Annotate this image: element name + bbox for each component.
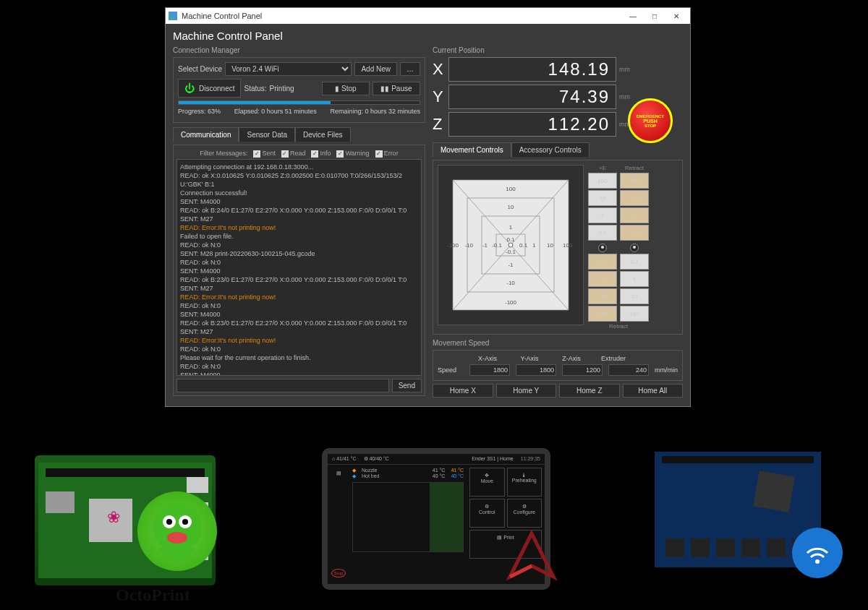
minimize-button[interactable]: — (622, 9, 644, 22)
log-line: SENT: M27 (180, 327, 418, 336)
svg-text:100: 100 (506, 186, 516, 192)
jog-z-button[interactable]: -10 (588, 288, 617, 304)
jog-xy-pad[interactable]: 0.1 1 10 100 -0.1 -1 -10 -100 -0.1 -1 -1… (438, 165, 584, 325)
tab-communication[interactable]: Communication (173, 127, 239, 142)
z-mode-radio[interactable] (588, 242, 617, 252)
add-new-button[interactable]: Add New (354, 62, 397, 76)
select-device-label: Select Device (178, 65, 222, 73)
log-line: SENT: M27 (180, 284, 418, 293)
speed-y-input[interactable] (516, 364, 556, 376)
speed-x-input[interactable] (469, 364, 510, 376)
filter-sent[interactable]: ✓Sent (253, 150, 276, 158)
filter-warning[interactable]: ✓Warning (336, 150, 369, 158)
tab-sensor[interactable]: Sensor Data (239, 127, 295, 142)
jog-z-button[interactable]: 100 (588, 173, 617, 189)
axis-value: 112.20 (448, 112, 616, 137)
log-line: Failed to open file. (180, 232, 418, 241)
tab-accessory[interactable]: Accessory Controls (511, 142, 590, 157)
speed-z-input[interactable] (562, 364, 603, 376)
home-y-button[interactable]: Home Y (496, 384, 557, 398)
filter-error[interactable]: ✓Error (375, 150, 399, 158)
home-all-button[interactable]: Home All (623, 384, 684, 398)
send-button[interactable]: Send (392, 379, 422, 392)
svg-text:0.1: 0.1 (519, 242, 528, 249)
log-line: READ: ok X:0.010625 Y:0.010625 Z:0.00250… (180, 171, 418, 189)
svg-text:1: 1 (532, 242, 536, 249)
app-icon (169, 12, 177, 20)
command-input[interactable] (176, 379, 389, 392)
emergency-stop-button[interactable]: EMERGENCY PUSH STOP (628, 98, 673, 143)
jog-z-button[interactable]: 1 (588, 207, 617, 223)
tab-movement[interactable]: Movement Controls (433, 142, 511, 157)
jog-z-button[interactable]: -10 (620, 190, 649, 206)
pause-button[interactable]: ▮▮ Pause (373, 82, 420, 95)
svg-rect-44 (767, 538, 786, 557)
jog-z-button[interactable]: -100 (588, 306, 617, 322)
log-line: READ: Error:It's not printing now! (180, 293, 418, 301)
disconnect-button[interactable]: ⏻ Disconnect (178, 79, 241, 98)
svg-rect-39 (753, 471, 795, 512)
jog-z-button[interactable]: -0.1 (620, 225, 649, 241)
log-line: Please wait for the current operation to… (180, 353, 418, 362)
speed-e-header: Extruder (595, 355, 631, 362)
jog-z-button[interactable]: -100 (620, 173, 649, 189)
close-button[interactable]: ✕ (665, 9, 687, 22)
page-title: Machine Control Panel (173, 30, 683, 42)
svg-point-35 (182, 519, 188, 525)
log-output[interactable]: Attempting connection at 192.168.0.18:30… (176, 159, 422, 376)
svg-text:10: 10 (547, 242, 553, 249)
log-line: Connection successful! (180, 189, 418, 197)
jog-z-button[interactable]: 0.1 (620, 254, 649, 270)
jog-z-button[interactable]: 1 (620, 271, 649, 287)
svg-text:10: 10 (508, 204, 514, 210)
jog-z-button[interactable]: 100 (620, 306, 649, 322)
jog-z-button[interactable]: 10 (620, 288, 649, 304)
position-header: Current Position (433, 46, 683, 54)
svg-rect-41 (691, 538, 710, 557)
octoprint-logo-icon (137, 491, 217, 571)
estop-stop: STOP (644, 124, 656, 128)
axis-value: 148.19 (448, 57, 616, 82)
jog-z-button[interactable]: -1 (588, 271, 617, 287)
log-line: SENT: M4000 (180, 371, 418, 376)
jog-z-button[interactable]: -0.1 (588, 254, 617, 270)
svg-text:-1: -1 (482, 242, 488, 249)
axis-label: Z (433, 115, 446, 134)
axis-unit: mm (619, 66, 631, 73)
axis-value: 74.39 (448, 85, 616, 109)
home-z-button[interactable]: Home Z (559, 384, 620, 398)
status-value: Printing (270, 85, 294, 93)
filter-read[interactable]: ✓Read (281, 150, 306, 158)
speed-e-input[interactable] (608, 364, 649, 376)
jog-z-button[interactable]: -1 (620, 207, 649, 223)
log-line: READ: ok B:24/0 E1:27/0 E2:27/0 X:0.000 … (180, 206, 418, 215)
maximize-button[interactable]: □ (644, 9, 665, 22)
log-line: SENT: M4000 (180, 267, 418, 275)
titlebar[interactable]: Machine Control Panel — □ ✕ (166, 8, 690, 24)
device-select[interactable]: Voron 2.4 WiFi (225, 62, 352, 76)
log-line: SENT: M4000 (180, 310, 418, 319)
window-title: Machine Control Panel (182, 12, 262, 20)
jog-panel: 0.1 1 10 100 -0.1 -1 -10 -100 -0.1 -1 -1… (433, 160, 683, 335)
log-line: READ: ok N:0 (180, 362, 418, 371)
estop-push: PUSH (643, 119, 657, 124)
home-x-button[interactable]: Home X (433, 384, 493, 398)
svg-rect-26 (46, 491, 75, 513)
elapsed-label: Elapsed: 0 hours 51 minutes (234, 108, 317, 115)
svg-rect-43 (741, 538, 760, 557)
jog-z-button[interactable]: 10 (588, 190, 617, 206)
svg-text:-10: -10 (506, 280, 515, 286)
z-mode-radio[interactable] (620, 242, 649, 252)
stop-button[interactable]: ▮ Stop (322, 82, 370, 95)
log-line: READ: ok N:0 (180, 258, 418, 267)
log-line: READ: ok B:23/0 E1:27/0 E2:27/0 X:0.000 … (180, 319, 418, 327)
svg-text:-10: -10 (464, 242, 473, 249)
klipper-logo-icon (499, 526, 564, 591)
tab-files[interactable]: Device Files (295, 127, 350, 142)
svg-text:❀: ❀ (107, 508, 120, 526)
svg-text:-100: -100 (447, 242, 459, 249)
speed-row-label: Speed (438, 366, 464, 374)
jog-z-button[interactable]: 0.1 (588, 225, 617, 241)
device-more-button[interactable]: … (400, 62, 420, 76)
filter-info[interactable]: ✓Info (311, 150, 331, 158)
